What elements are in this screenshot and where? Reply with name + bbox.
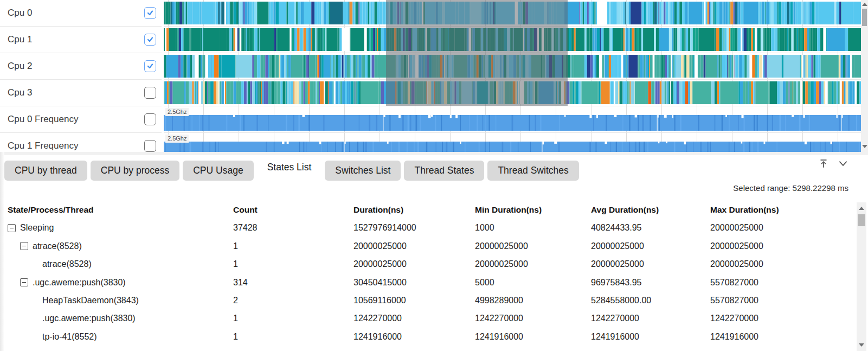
track-checkbox[interactable] [144, 7, 156, 19]
checkmark-icon [146, 9, 154, 17]
cell-duration: 1242270000 [353, 309, 402, 327]
cell-avg-duration: 20000025000 [591, 237, 644, 255]
tab-cpu-by-process[interactable]: CPU by process [91, 161, 179, 181]
column-header-state: State/Process/Thread [0, 201, 94, 219]
cell-count: 1 [233, 255, 238, 273]
cell-count: 1 [233, 237, 238, 255]
cell-min-duration: 1242270000 [475, 309, 523, 327]
cell-count: 314 [233, 273, 248, 291]
cell-avg-duration: 5284558000.00 [591, 291, 651, 309]
row-name: atrace(8528) [33, 237, 82, 255]
cell-max-duration: 5570827000 [710, 291, 758, 309]
track-row-cpu-0[interactable]: Cpu 0 [0, 0, 162, 27]
cell-avg-duration: 20000025000 [591, 255, 644, 273]
tab-switches-list[interactable]: Switches List [325, 161, 401, 181]
tab-bar: CPU by threadCPU by processCPU UsageStat… [4, 156, 579, 181]
tab-cpu-usage[interactable]: CPU Usage [183, 161, 253, 181]
cell-avg-duration: 96975843.95 [591, 273, 641, 291]
selected-range-label: Selected range: 5298.22298 ms [733, 183, 848, 193]
cell-max-duration: 20000025000 [710, 219, 763, 237]
cell-duration: 20000025000 [353, 237, 407, 255]
track-list: Cpu 0 Cpu 1 Cpu 2 Cpu 3 Cpu 0 Frequency [0, 0, 162, 152]
timeline-panel: Cpu 0 Cpu 1 Cpu 2 Cpu 3 Cpu 0 Frequency [0, 0, 868, 152]
scroll-down-icon[interactable] [859, 343, 864, 347]
cell-min-duration: 1241916000 [475, 328, 523, 346]
column-header-max-duration: Max Duration(ns) [710, 201, 779, 219]
track-row-cpu-0-frequency[interactable]: Cpu 0 Frequency [0, 106, 162, 133]
scrollbar-thumb[interactable] [858, 214, 865, 226]
track-row-cpu-1-frequency[interactable]: Cpu 1 Frequency [0, 133, 162, 152]
trace-analyzer-window: Cpu 0 Cpu 1 Cpu 2 Cpu 3 Cpu 0 Frequency [0, 0, 868, 351]
track-label: Cpu 1 Frequency [8, 141, 78, 151]
track-label: Cpu 0 Frequency [8, 114, 78, 125]
cell-count: 2 [233, 291, 238, 309]
scrollbar-thumb[interactable] [862, 9, 867, 26]
track-checkbox[interactable] [144, 60, 156, 72]
row-name: tp-io-41(8552) [42, 328, 97, 346]
cell-count: 37428 [233, 219, 258, 237]
cell-duration: 10569116000 [353, 291, 406, 309]
timeline-scrollbar[interactable] [861, 0, 868, 152]
timeline-canvas[interactable] [164, 0, 861, 152]
collapse-icon[interactable] [20, 278, 28, 286]
scroll-down-icon[interactable] [862, 145, 867, 148]
column-header-count: Count [233, 201, 258, 219]
track-row-cpu-1[interactable]: Cpu 1 [0, 27, 162, 53]
cell-duration: 30450415000 [353, 273, 407, 291]
freq-scale-label: 2.5Ghz [165, 108, 189, 116]
column-header-avg-duration: Avg Duration(ns) [591, 201, 659, 219]
details-panel: CPU by threadCPU by processCPU UsageStat… [0, 152, 868, 351]
table-header-row: State/Process/Thread Count Duration(ns) … [0, 201, 851, 219]
track-row-cpu-3[interactable]: Cpu 3 [0, 80, 162, 106]
cell-max-duration: 5570827000 [710, 273, 758, 291]
collapse-icon[interactable] [8, 224, 16, 232]
track-label: Cpu 1 [8, 34, 32, 45]
cell-max-duration: 20000025000 [710, 237, 763, 255]
table-row[interactable]: .ugc.aweme:push(3830) 314 30450415000 50… [0, 273, 851, 291]
checkmark-icon [146, 36, 154, 43]
table-row[interactable]: .ugc.aweme:push(3830) 1 1242270000 12422… [0, 309, 851, 327]
table-row[interactable]: HeapTaskDaemon(3843) 2 10569116000 49982… [0, 291, 851, 309]
scroll-up-icon[interactable] [859, 207, 864, 210]
table-row[interactable]: tp-io-41(8552) 1 1241916000 1241916000 1… [0, 328, 851, 346]
freq-scale-label: 2.5Ghz [165, 135, 189, 143]
row-name: atrace(8528) [42, 255, 92, 273]
cell-min-duration: 20000025000 [475, 255, 528, 273]
collapse-icon[interactable] [20, 242, 28, 250]
cell-count: 1 [233, 309, 238, 327]
cell-duration: 1527976914000 [353, 219, 416, 237]
scroll-to-top-icon[interactable] [818, 157, 830, 169]
track-label: Cpu 3 [8, 87, 32, 98]
tab-thread-switches[interactable]: Thread Switches [487, 161, 578, 181]
column-header-min-duration: Min Duration(ns) [475, 201, 542, 219]
tab-cpu-by-thread[interactable]: CPU by thread [4, 161, 87, 181]
track-row-cpu-2[interactable]: Cpu 2 [0, 53, 162, 80]
track-checkbox[interactable] [144, 140, 156, 152]
cell-min-duration: 1000 [475, 219, 494, 237]
scroll-up-icon[interactable] [862, 3, 867, 6]
row-name: HeapTaskDaemon(3843) [42, 291, 139, 309]
cell-min-duration: 4998289000 [475, 291, 523, 309]
track-checkbox[interactable] [144, 87, 156, 99]
tab-states-list[interactable]: States List [257, 156, 322, 181]
states-table: State/Process/Thread Count Duration(ns) … [0, 201, 851, 346]
cell-duration: 20000025000 [353, 255, 407, 273]
track-label: Cpu 0 [8, 8, 32, 18]
chevron-down-icon[interactable] [837, 157, 850, 169]
table-row[interactable]: atrace(8528) 1 20000025000 20000025000 2… [0, 237, 851, 255]
table-scrollbar[interactable] [857, 202, 866, 351]
cell-min-duration: 20000025000 [475, 237, 528, 255]
cell-max-duration: 20000025000 [710, 255, 763, 273]
column-header-duration: Duration(ns) [353, 201, 403, 219]
track-checkbox[interactable] [144, 34, 156, 46]
row-name: Sleeping [20, 219, 54, 237]
table-row[interactable]: Sleeping 37428 1527976914000 1000 408244… [0, 219, 851, 237]
cell-avg-duration: 1241916000 [591, 328, 639, 346]
row-name: .ugc.aweme:push(3830) [33, 273, 126, 291]
track-checkbox[interactable] [144, 113, 156, 125]
cell-duration: 1241916000 [353, 328, 402, 346]
cell-max-duration: 1242270000 [710, 309, 758, 327]
cell-count: 1 [233, 328, 238, 346]
tab-thread-states[interactable]: Thread States [404, 161, 484, 181]
table-row[interactable]: atrace(8528) 1 20000025000 20000025000 2… [0, 255, 851, 273]
